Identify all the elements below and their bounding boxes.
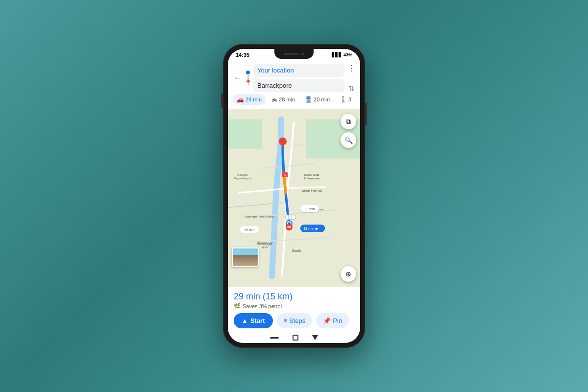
tab-transit[interactable]: 🚆 20 min [301, 94, 334, 105]
walk-time: 3 [348, 97, 351, 102]
location-rows: ← 📍 ⋮ ⇅ [233, 64, 355, 92]
svg-point-12 [291, 215, 296, 220]
pin-label: Pin [333, 317, 342, 324]
speaker [284, 53, 298, 55]
status-time: 14:35 [236, 52, 249, 58]
start-button[interactable]: ▲ Start [234, 313, 273, 328]
steps-label: Steps [289, 317, 305, 324]
signal-icon: ▋▋▋ [332, 52, 342, 57]
svg-text:Rabindra Path Bhaban: Rabindra Path Bhaban [245, 215, 275, 218]
svg-rect-7 [287, 226, 291, 228]
walk-icon: 🚶 [340, 96, 347, 103]
bike-time: 28 min [279, 97, 295, 102]
route-time-distance: 29 min (15 km) [234, 292, 354, 302]
status-bar: 14:35 ▋▋▋ 43% [228, 49, 360, 61]
phone-frame: 14:35 ▋▋▋ 43% ← [223, 44, 365, 348]
transit-time: 20 min [314, 97, 330, 102]
tab-bike[interactable]: 🏍 28 min [268, 94, 299, 105]
search-map-button[interactable]: 🔍 [341, 132, 356, 148]
search-map-icon: 🔍 [344, 136, 353, 144]
map-area[interactable]: S Dakshin Rajyadharpur Rabindra Path Bha… [228, 109, 360, 287]
notch [274, 49, 314, 59]
route-savings: 🌿 Saves 3% petrol [234, 303, 354, 309]
origin-dot [246, 71, 250, 74]
destination-marker: 📍 [245, 80, 250, 85]
tab-walk[interactable]: 🚶 3 [336, 94, 355, 105]
swap-button[interactable]: ⇅ [348, 84, 354, 92]
status-icons: ▋▋▋ 43% [332, 52, 352, 57]
transit-icon: 🚆 [305, 96, 312, 103]
svg-text:30 min: 30 min [304, 207, 315, 211]
svg-text:Rajyadharpur: Rajyadharpur [234, 177, 251, 180]
action-buttons: ▲ Start ≡ Steps 📌 Pin [234, 313, 354, 328]
steps-icon: ≡ [284, 317, 288, 324]
route-connector: 📍 [245, 64, 250, 92]
my-location-button[interactable]: ⊕ [341, 266, 356, 282]
pin-button[interactable]: 📌 Pin [316, 313, 349, 328]
svg-point-3 [279, 138, 287, 146]
tab-car[interactable]: 🚗 29 min [233, 94, 266, 105]
svg-text:Dakshin: Dakshin [237, 173, 248, 176]
bike-icon: 🏍 [271, 96, 277, 103]
camera [301, 52, 304, 55]
location-icon: ⊕ [345, 270, 351, 278]
svg-text:Baranagar: Baranagar [257, 242, 273, 245]
start-label: Start [250, 317, 265, 324]
android-back-button[interactable] [312, 335, 318, 340]
pin-icon: 📌 [323, 317, 331, 324]
origin-input[interactable] [253, 64, 344, 77]
svg-text:বরানগর: বরানগর [262, 246, 269, 249]
destination-input[interactable] [253, 79, 344, 92]
svg-text:South: South [292, 249, 301, 252]
car-time: 29 min [245, 97, 262, 102]
street-photo-thumbnail [232, 247, 259, 267]
navigation-header: ← 📍 ⋮ ⇅ [228, 61, 360, 109]
location-inputs [253, 64, 344, 92]
savings-text: Saves 3% petrol [243, 303, 282, 309]
layers-button[interactable]: ⧉ [341, 114, 356, 129]
svg-text:Senco Gold: Senco Gold [304, 173, 319, 176]
battery-level: 43% [343, 52, 352, 57]
leaf-icon: 🌿 [234, 303, 241, 309]
android-menu-button[interactable] [270, 337, 279, 339]
svg-text:Maple Hair Cut: Maple Hair Cut [302, 189, 322, 192]
steps-button[interactable]: ≡ Steps [277, 313, 313, 328]
phone-screen: 14:35 ▋▋▋ 43% ← [228, 49, 360, 343]
svg-text:35 min: 35 min [244, 228, 254, 232]
back-button[interactable]: ← [233, 73, 243, 83]
menu-icon[interactable]: ⋮ [347, 64, 355, 73]
svg-rect-1 [228, 120, 262, 149]
car-icon: 🚗 [237, 96, 244, 103]
transport-tabs: 🚗 29 min 🏍 28 min 🚆 20 min 🚶 3 [233, 92, 355, 106]
svg-text:S: S [284, 174, 286, 177]
layers-icon: ⧉ [346, 118, 351, 126]
svg-text:29 min ▶: 29 min ▶ [303, 227, 318, 230]
svg-text:& Diamonds: & Diamonds [304, 177, 320, 180]
connector-dot-1 [247, 75, 249, 77]
bottom-panel: 29 min (15 km) 🌿 Saves 3% petrol ▲ Start… [228, 287, 360, 332]
android-nav-bar [228, 332, 360, 343]
start-nav-icon: ▲ [242, 317, 248, 324]
android-home-button[interactable] [293, 335, 298, 341]
